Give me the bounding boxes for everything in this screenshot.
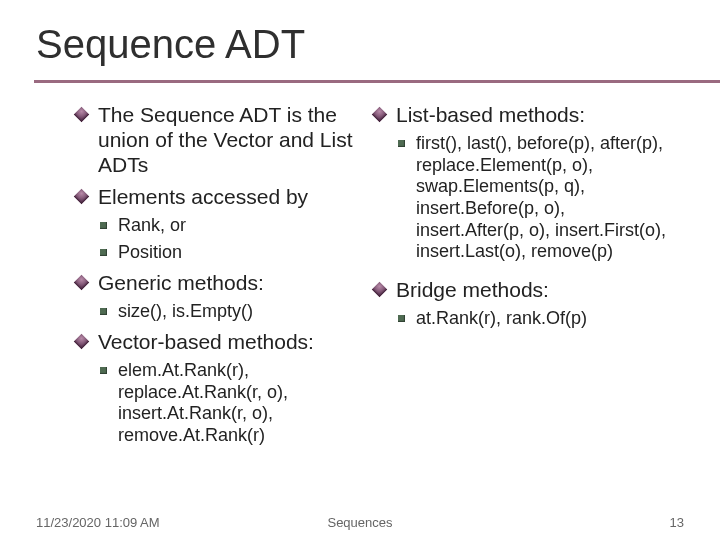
- bullet-generic: Generic methods:: [76, 270, 370, 295]
- square-icon: [100, 222, 107, 229]
- footer-page-number: 13: [670, 515, 684, 530]
- diamond-icon: [74, 188, 90, 204]
- bullet-text: Elements accessed by: [98, 185, 308, 208]
- subbullet-text: first(), last(), before(p), after(p), re…: [416, 133, 666, 261]
- bullet-vector: Vector-based methods:: [76, 329, 370, 354]
- subbullet-text: elem.At.Rank(r), replace.At.Rank(r, o), …: [118, 360, 288, 445]
- subbullet: first(), last(), before(p), after(p), re…: [398, 133, 674, 263]
- diamond-icon: [372, 281, 388, 297]
- footer: 11/23/2020 11:09 AM Sequences 13: [36, 515, 684, 530]
- subbullet: at.Rank(r), rank.Of(p): [398, 308, 674, 330]
- diamond-icon: [74, 107, 90, 123]
- subbullet-text: size(), is.Empty(): [118, 301, 253, 321]
- square-icon: [100, 367, 107, 374]
- subbullet-text: Rank, or: [118, 215, 186, 235]
- bullet-text: Bridge methods:: [396, 278, 549, 301]
- footer-title: Sequences: [327, 515, 392, 530]
- left-column: The Sequence ADT is the union of the Vec…: [76, 96, 374, 498]
- subbullet: size(), is.Empty(): [100, 301, 370, 323]
- bullet-text: List-based methods:: [396, 103, 585, 126]
- bullet-intro: The Sequence ADT is the union of the Vec…: [76, 102, 370, 178]
- square-icon: [398, 140, 405, 147]
- subbullet: Rank, or: [100, 215, 370, 237]
- square-icon: [398, 315, 405, 322]
- diamond-icon: [74, 275, 90, 291]
- bullet-text: Vector-based methods:: [98, 330, 314, 353]
- content-columns: The Sequence ADT is the union of the Vec…: [76, 96, 696, 498]
- slide-title: Sequence ADT: [36, 22, 684, 67]
- bullet-text: The Sequence ADT is the union of the Vec…: [98, 103, 353, 176]
- title-underline: [34, 80, 720, 83]
- slide: Sequence ADT The Sequence ADT is the uni…: [0, 0, 720, 540]
- bullet-list: List-based methods:: [374, 102, 674, 127]
- subbullet-text: Position: [118, 242, 182, 262]
- footer-datetime: 11/23/2020 11:09 AM: [36, 515, 160, 530]
- right-column: List-based methods: first(), last(), bef…: [374, 96, 674, 498]
- bullet-text: Generic methods:: [98, 271, 264, 294]
- square-icon: [100, 308, 107, 315]
- diamond-icon: [74, 333, 90, 349]
- subbullet: elem.At.Rank(r), replace.At.Rank(r, o), …: [100, 360, 370, 446]
- bullet-bridge: Bridge methods:: [374, 277, 674, 302]
- subbullet-text: at.Rank(r), rank.Of(p): [416, 308, 587, 328]
- bullet-elements: Elements accessed by: [76, 184, 370, 209]
- subbullet: Position: [100, 242, 370, 264]
- square-icon: [100, 249, 107, 256]
- diamond-icon: [372, 107, 388, 123]
